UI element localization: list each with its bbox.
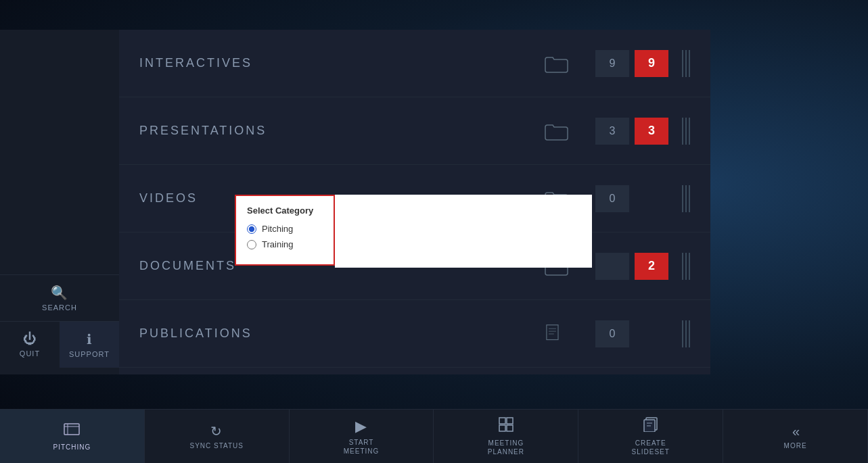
toolbar-create-slideset-label: CREATESLIDESET	[632, 439, 670, 456]
toolbar-create-slideset[interactable]: CREATESLIDESET	[578, 410, 723, 463]
row-interactives[interactable]: INTERACTIVES 9 9	[119, 30, 710, 97]
pitching-icon	[64, 422, 80, 441]
play-icon: ▶	[355, 418, 367, 435]
drag-handle	[682, 185, 690, 212]
publications-title: PUBLICATIONS	[139, 326, 544, 341]
svg-rect-9	[499, 425, 505, 431]
drag-handle	[682, 50, 690, 77]
dialog-title: Select Category	[247, 205, 323, 216]
toolbar-start-meeting-label: STARTMEETING	[344, 438, 380, 456]
support-icon: ℹ	[87, 331, 93, 347]
publications-count: 0	[595, 320, 629, 347]
toolbar-meeting-planner[interactable]: MEETINGPLANNER	[434, 410, 578, 463]
quit-button[interactable]: ⏻ QUIT	[0, 321, 60, 368]
row-presentations[interactable]: PRESENTATIONS 3 3	[119, 97, 710, 165]
drag-handle	[682, 320, 690, 347]
videos-badge-empty	[635, 185, 668, 212]
folder-icon	[544, 122, 568, 141]
quit-icon: ⏻	[23, 331, 37, 347]
svg-rect-7	[499, 418, 505, 424]
slideset-icon	[643, 417, 658, 436]
presentations-title: PRESENTATIONS	[139, 124, 544, 138]
toolbar-more-label: MORE	[784, 442, 807, 449]
radio-pitching-input[interactable]	[247, 224, 256, 234]
documents-count	[595, 253, 629, 280]
dialog-extension	[335, 195, 592, 268]
grid-icon	[499, 417, 513, 436]
radio-training-label: Training	[262, 239, 293, 249]
presentations-badge: 3	[635, 118, 668, 145]
drag-handle	[682, 253, 690, 280]
drag-handle	[682, 118, 690, 145]
svg-rect-8	[507, 418, 513, 424]
background: 🔍 SEARCH ⏻ QUIT ℹ SUPPORT INTERACTIVES 9…	[0, 0, 868, 463]
toolbar-pitching[interactable]: PITCHING	[0, 410, 145, 463]
folder-icon	[544, 54, 568, 73]
left-sidebar: 🔍 SEARCH ⏻ QUIT ℹ SUPPORT	[0, 30, 119, 374]
presentations-count: 3	[595, 118, 629, 145]
radio-pitching-label: Pitching	[262, 224, 293, 234]
toolbar-pitching-label: PITCHING	[53, 443, 91, 451]
svg-rect-4	[64, 424, 79, 435]
toolbar-more[interactable]: « MORE	[723, 410, 868, 463]
svg-rect-10	[507, 425, 513, 431]
quit-label: QUIT	[20, 349, 40, 358]
row-publications[interactable]: PUBLICATIONS 0	[119, 300, 710, 368]
search-button[interactable]: 🔍 SEARCH	[0, 274, 119, 321]
radio-training[interactable]: Training	[247, 239, 323, 249]
support-label: SUPPORT	[69, 350, 110, 358]
radio-pitching[interactable]: Pitching	[247, 224, 323, 234]
support-button[interactable]: ℹ SUPPORT	[60, 321, 119, 368]
publications-badge-empty	[635, 320, 668, 347]
svg-rect-0	[547, 324, 558, 339]
toolbar-sync-label: SYNC STATUS	[189, 442, 244, 449]
sync-icon: ↻	[210, 423, 223, 439]
documents-badge: 2	[635, 253, 668, 280]
radio-training-input[interactable]	[247, 240, 256, 249]
doc-icon	[544, 324, 568, 343]
interactives-count: 9	[595, 50, 629, 77]
toolbar-start-meeting[interactable]: ▶ STARTMEETING	[290, 410, 434, 463]
toolbar-meeting-planner-label: MEETINGPLANNER	[488, 439, 524, 456]
bottom-toolbar: PITCHING ↻ SYNC STATUS ▶ STARTMEETING ME…	[0, 409, 868, 463]
search-icon: 🔍	[51, 285, 68, 301]
category-dialog: Select Category Pitching Training	[235, 195, 335, 266]
toolbar-sync-status[interactable]: ↻ SYNC STATUS	[145, 410, 290, 463]
videos-count: 0	[595, 185, 629, 212]
more-icon: «	[792, 424, 798, 439]
interactives-badge: 9	[635, 50, 668, 77]
search-label: SEARCH	[42, 303, 77, 312]
interactives-title: INTERACTIVES	[139, 56, 544, 70]
